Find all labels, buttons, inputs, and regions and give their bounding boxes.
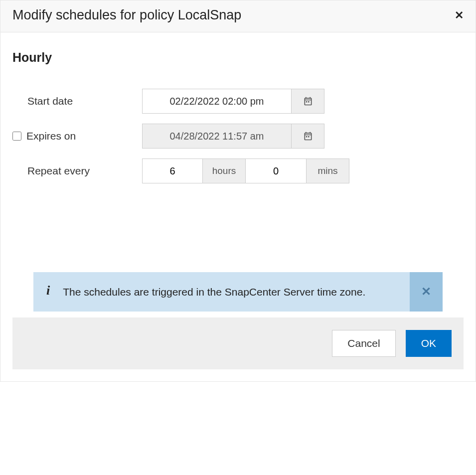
start-date-group <box>142 89 324 114</box>
cancel-button[interactable]: Cancel <box>332 330 395 357</box>
modify-schedules-dialog: Modify schedules for policy LocalSnap ✕ … <box>0 0 476 382</box>
repeat-hours-input[interactable] <box>142 158 203 183</box>
expires-on-picker-button <box>292 124 324 149</box>
info-icon: i <box>46 284 50 300</box>
mins-unit-label: mins <box>307 158 349 183</box>
start-date-picker-button[interactable] <box>292 89 324 114</box>
dialog-title: Modify schedules for policy LocalSnap <box>12 7 241 23</box>
calendar-icon <box>303 96 313 106</box>
info-close-button[interactable]: ✕ <box>410 272 443 312</box>
expires-on-row: Expires on <box>12 124 464 149</box>
info-content: i The schedules are triggered in the Sna… <box>33 272 410 312</box>
info-message: The schedules are triggered in the SnapC… <box>63 284 365 300</box>
repeat-group: hours mins <box>142 158 349 183</box>
close-icon[interactable]: ✕ <box>455 10 464 21</box>
start-date-label: Start date <box>12 95 142 107</box>
repeat-mins-input[interactable] <box>246 158 307 183</box>
ok-button[interactable]: OK <box>406 330 452 357</box>
dialog-footer: Cancel OK <box>12 317 464 369</box>
dialog-body: Hourly Start date Expires on <box>0 32 476 381</box>
dialog-header: Modify schedules for policy LocalSnap ✕ <box>0 0 476 32</box>
expires-on-group <box>142 124 324 149</box>
expires-on-checkbox[interactable] <box>12 132 21 141</box>
expires-on-label-wrap: Expires on <box>12 130 142 142</box>
repeat-every-label: Repeat every <box>12 165 142 177</box>
section-title: Hourly <box>12 50 464 65</box>
info-box: i The schedules are triggered in the Sna… <box>33 272 443 312</box>
start-date-row: Start date <box>12 89 464 114</box>
repeat-every-row: Repeat every hours mins <box>12 158 464 183</box>
hours-unit-label: hours <box>203 158 246 183</box>
expires-on-input <box>142 124 292 149</box>
start-date-input[interactable] <box>142 89 292 114</box>
calendar-icon <box>303 131 313 141</box>
expires-on-label: Expires on <box>26 130 76 142</box>
